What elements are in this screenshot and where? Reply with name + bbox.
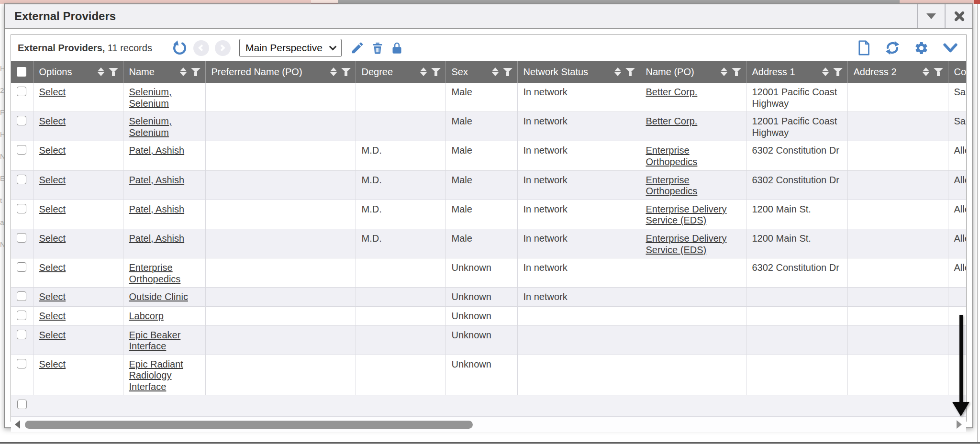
sort-icon[interactable] xyxy=(923,67,929,76)
name_po-link[interactable]: Enterprise Orthopedics xyxy=(646,175,698,197)
sort-icon[interactable] xyxy=(98,67,104,76)
filter-funnel-icon[interactable] xyxy=(732,68,741,76)
name-link[interactable]: Patel, Ashish xyxy=(129,145,185,156)
table-row: SelectPatel, AshishM.D.MaleIn networkEnt… xyxy=(11,229,966,258)
cell-degree xyxy=(356,288,445,307)
name_po-link[interactable]: Enterprise Orthopedics xyxy=(646,145,698,167)
select-link[interactable]: Select xyxy=(39,204,66,214)
filter-funnel-icon[interactable] xyxy=(503,68,512,76)
name_po-link[interactable]: Better Corp. xyxy=(646,87,698,97)
row-checkbox[interactable] xyxy=(17,233,26,243)
filter-funnel-icon[interactable] xyxy=(109,68,118,76)
column-header-options[interactable]: Options xyxy=(33,61,123,83)
collapse-toolbar-button[interactable] xyxy=(942,41,958,55)
name-link[interactable]: Epic Beaker Interface xyxy=(129,330,181,352)
sort-icon[interactable] xyxy=(822,67,829,76)
column-header-name[interactable]: Name xyxy=(123,61,205,83)
scrollbar-thumb[interactable] xyxy=(25,421,473,429)
cell-preferred_name xyxy=(205,306,356,325)
filter-funnel-icon[interactable] xyxy=(934,68,943,76)
new-record-button[interactable] xyxy=(857,40,871,56)
cell-options: Select xyxy=(33,170,123,200)
select-link[interactable]: Select xyxy=(39,145,66,156)
select-link[interactable]: Select xyxy=(39,116,66,126)
column-header-degree[interactable]: Degree xyxy=(356,61,445,83)
edit-perspective-button[interactable] xyxy=(350,41,365,55)
sort-icon[interactable] xyxy=(420,67,427,76)
sort-icon[interactable] xyxy=(721,67,727,76)
close-button[interactable] xyxy=(945,4,972,28)
column-header-address2[interactable]: Address 2 xyxy=(847,61,948,83)
column-header-address1[interactable]: Address 1 xyxy=(746,61,847,83)
select-link[interactable]: Select xyxy=(39,330,66,340)
filter-funnel-icon[interactable] xyxy=(833,68,843,76)
cell-address1: 6302 Constitution Dr xyxy=(746,258,847,288)
select-all-checkbox[interactable] xyxy=(17,67,26,77)
name_po-link[interactable]: Better Corp. xyxy=(646,116,698,126)
column-header-county[interactable]: County xyxy=(948,61,966,83)
filter-funnel-icon[interactable] xyxy=(431,68,441,76)
row-checkbox[interactable] xyxy=(17,145,26,155)
name_po-link[interactable]: Enterprise Delivery Service (EDS) xyxy=(646,204,727,226)
sort-icon[interactable] xyxy=(492,67,499,76)
name-link[interactable]: Selenium, Selenium xyxy=(129,116,172,138)
filter-funnel-icon[interactable] xyxy=(191,68,200,76)
row-checkbox[interactable] xyxy=(17,291,26,301)
row-checkbox[interactable] xyxy=(17,262,26,272)
lock-perspective-button[interactable] xyxy=(390,42,403,55)
name_po-link[interactable]: Enterprise Delivery Service (EDS) xyxy=(646,233,727,255)
select-link[interactable]: Select xyxy=(39,87,66,97)
row-checkbox[interactable] xyxy=(17,175,26,184)
row-checkbox[interactable] xyxy=(17,204,26,213)
cell-name: Selenium, Selenium xyxy=(123,83,205,112)
next-button[interactable] xyxy=(215,40,231,56)
column-label: Sex xyxy=(452,67,468,78)
scrollbar-left-arrow-icon[interactable] xyxy=(15,420,20,429)
row-checkbox[interactable] xyxy=(17,359,26,368)
column-header-sex[interactable]: Sex xyxy=(445,61,517,83)
filter-funnel-icon[interactable] xyxy=(625,68,635,76)
cell-county xyxy=(948,306,966,325)
perspective-select[interactable]: Main Perspective xyxy=(239,39,342,57)
row-checkbox[interactable] xyxy=(17,311,26,320)
select-link[interactable]: Select xyxy=(39,311,66,321)
name-link[interactable]: Patel, Ashish xyxy=(129,204,185,214)
name-link[interactable]: Labcorp xyxy=(129,311,164,321)
refresh-button[interactable] xyxy=(884,40,901,56)
select-link[interactable]: Select xyxy=(39,175,66,185)
row-checkbox[interactable] xyxy=(17,87,26,96)
row-checkbox[interactable] xyxy=(17,330,26,339)
cell-address2 xyxy=(847,112,948,141)
column-header-network_status[interactable]: Network Status xyxy=(517,61,640,83)
grid-toolbar: External Providers, 11 records Main Pers… xyxy=(11,35,966,61)
filter-funnel-icon[interactable] xyxy=(341,68,351,76)
column-header-inner: Preferred Name (PO) xyxy=(212,67,351,78)
column-label: Degree xyxy=(362,67,393,78)
cell-sex: Unknown xyxy=(445,258,517,288)
name-link[interactable]: Patel, Ashish xyxy=(129,233,185,244)
scrollbar-right-arrow-icon[interactable] xyxy=(957,420,962,429)
name-link[interactable]: Outside Clinic xyxy=(129,291,188,302)
previous-button[interactable] xyxy=(193,40,209,56)
minimize-button[interactable] xyxy=(917,4,945,28)
cell-checkbox xyxy=(11,200,33,229)
select-link[interactable]: Select xyxy=(39,359,66,369)
name-link[interactable]: Patel, Ashish xyxy=(129,175,185,185)
name-link[interactable]: Enterprise Orthopedics xyxy=(129,262,181,284)
column-header-name_po[interactable]: Name (PO) xyxy=(640,61,746,83)
settings-button[interactable] xyxy=(914,41,929,56)
sort-icon[interactable] xyxy=(180,67,187,76)
new-row-checkbox[interactable] xyxy=(17,400,27,409)
select-link[interactable]: Select xyxy=(39,291,66,302)
select-link[interactable]: Select xyxy=(39,233,66,244)
delete-perspective-button[interactable] xyxy=(370,41,385,55)
undo-button[interactable] xyxy=(172,40,188,56)
sort-icon[interactable] xyxy=(330,67,337,76)
cell-address2 xyxy=(847,306,948,325)
select-link[interactable]: Select xyxy=(39,262,66,273)
sort-icon[interactable] xyxy=(614,67,621,76)
column-header-preferred_name[interactable]: Preferred Name (PO) xyxy=(205,61,356,83)
row-checkbox[interactable] xyxy=(17,116,26,125)
name-link[interactable]: Selenium, Selenium xyxy=(129,87,172,109)
name-link[interactable]: Epic Radiant Radiology Interface xyxy=(129,359,183,392)
